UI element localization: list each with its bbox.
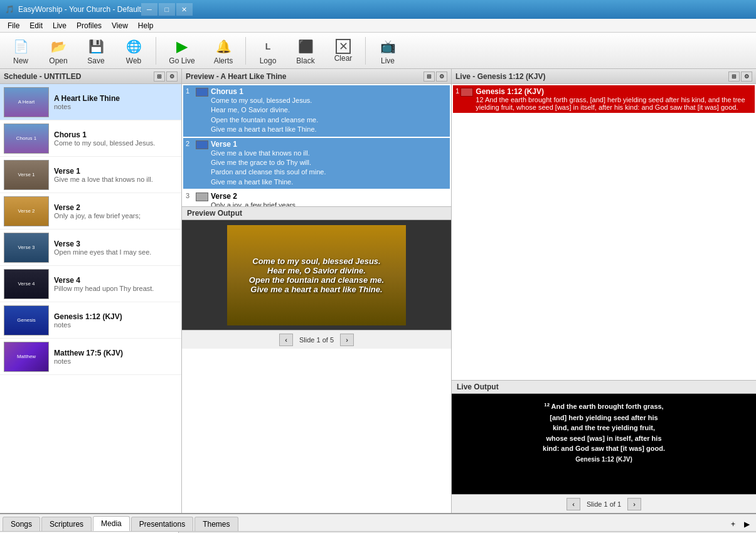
live-slide-count: Slide 1 of 1 xyxy=(587,500,621,508)
preview-slide-2[interactable]: 2 Verse 1 Give me a love that knows no i… xyxy=(183,138,450,189)
open-icon: 📂 xyxy=(48,36,68,56)
maximize-button[interactable]: □ xyxy=(159,3,175,16)
window-controls: ─ □ ✕ xyxy=(141,3,193,16)
preview-prev-btn[interactable]: ‹ xyxy=(279,334,293,346)
live-next-btn[interactable]: › xyxy=(627,498,641,510)
preview-slide-1[interactable]: 1 Chorus 1 Come to my soul, blessed Jesu… xyxy=(183,85,450,137)
menu-view[interactable]: View xyxy=(107,20,133,31)
schedule-item-7[interactable]: Genesis Genesis 1:12 (KJV) notes xyxy=(0,302,181,339)
live-button[interactable]: 📺 Live xyxy=(370,34,406,67)
live-label: Live xyxy=(381,56,395,65)
slide-title-2: Verse 1 xyxy=(211,140,447,149)
schedule-item-5[interactable]: Verse 3 Verse 3 Open mine eyes that I ma… xyxy=(0,230,181,266)
slide-text-2: Give me a love that knows no ill.Give me… xyxy=(211,149,447,187)
alerts-icon: 🔔 xyxy=(213,36,233,56)
preview-slide-list: 1 Chorus 1 Come to my soul, blessed Jesu… xyxy=(182,84,451,206)
save-icon: 💾 xyxy=(86,36,106,56)
toolbar-sep-1 xyxy=(156,37,156,65)
schedule-item-6[interactable]: Verse 4 Verse 4 Pillow my head upon Thy … xyxy=(0,266,181,302)
web-label: Web xyxy=(126,56,141,65)
new-label: New xyxy=(13,56,28,65)
live-output-label: Live Output xyxy=(452,380,756,394)
schedule-item-info-2: Chorus 1 Come to my soul, blessed Jesus. xyxy=(54,130,178,147)
live-slide-nav: ‹ Slide 1 of 1 › xyxy=(452,494,756,513)
schedule-thumb-3: Verse 1 xyxy=(4,160,49,190)
tab-presentations[interactable]: Presentations xyxy=(131,517,193,531)
clear-button[interactable]: ✕ Clear xyxy=(325,34,361,67)
menu-live[interactable]: Live xyxy=(48,20,72,31)
schedule-item-3[interactable]: Verse 1 Verse 1 Give me a love that know… xyxy=(0,157,181,193)
live-prev-btn[interactable]: ‹ xyxy=(567,498,580,510)
schedule-settings-btn[interactable]: ⚙ xyxy=(166,71,178,82)
preview-next-btn[interactable]: › xyxy=(340,334,354,346)
new-button[interactable]: 📄 New xyxy=(3,34,39,67)
menu-help[interactable]: Help xyxy=(133,20,159,31)
schedule-item-title-3: Verse 1 xyxy=(54,167,178,176)
preview-slide-text: Come to my soul, blessed Jesus.Hear me, … xyxy=(244,251,389,299)
schedule-item-info-7: Genesis 1:12 (KJV) notes xyxy=(54,312,178,329)
preview-settings-btn[interactable]: ⚙ xyxy=(436,71,447,82)
clear-icon: ✕ xyxy=(336,39,351,54)
schedule-item-info-8: Matthew 17:5 (KJV) notes xyxy=(54,349,178,365)
schedule-item-info-3: Verse 1 Give me a love that knows no ill… xyxy=(54,167,178,183)
schedule-thumb-4: Verse 2 xyxy=(4,196,49,226)
preview-output-label: Preview Output xyxy=(182,206,451,220)
preview-output-text: Preview Output xyxy=(187,209,242,218)
live-item-text: 12 And the earth brought forth grass, [a… xyxy=(476,96,752,111)
tab-scroll-btn[interactable]: ▶ xyxy=(740,517,753,531)
schedule-thumb-5: Verse 3 xyxy=(4,233,49,263)
preview-slide-3[interactable]: 3 Verse 2 Only a joy, a few brief years, xyxy=(183,190,450,206)
schedule-item-sub-7: notes xyxy=(54,321,178,329)
live-header-tools: ⊞ ⚙ xyxy=(728,71,752,82)
slide-content-1: Chorus 1 Come to my soul, blessed Jesus.… xyxy=(211,87,447,135)
live-item-1[interactable]: 1 Genesis 1:12 (KJV) 12 And the earth br… xyxy=(453,85,755,113)
schedule-panel: Schedule - UNTITLED ⊞ ⚙ A Heart A Heart … xyxy=(0,69,182,513)
slide-title-1: Chorus 1 xyxy=(211,87,447,96)
live-item-title: Genesis 1:12 (KJV) xyxy=(476,87,752,96)
schedule-view-btn[interactable]: ⊞ xyxy=(154,71,165,82)
alerts-button[interactable]: 🔔 Alerts xyxy=(205,34,242,67)
slide-icon-1 xyxy=(196,88,208,97)
schedule-item-title-7: Genesis 1:12 (KJV) xyxy=(54,312,178,321)
live-settings-btn[interactable]: ⚙ xyxy=(741,71,752,82)
live-item-num: 1 xyxy=(455,87,461,95)
logo-button[interactable]: L Logo xyxy=(250,34,286,67)
add-tab-button[interactable]: + xyxy=(726,517,740,531)
schedule-item-4[interactable]: Verse 2 Verse 2 Only a joy, a few brief … xyxy=(0,193,181,230)
web-icon: 🌐 xyxy=(124,36,144,56)
golive-label: Go Live xyxy=(169,56,194,65)
schedule-item-title-4: Verse 2 xyxy=(54,203,178,212)
save-label: Save xyxy=(87,56,104,65)
menu-edit[interactable]: Edit xyxy=(24,20,48,31)
save-button[interactable]: 💾 Save xyxy=(78,34,114,67)
menu-profiles[interactable]: Profiles xyxy=(72,20,107,31)
schedule-item-8[interactable]: Matthew Matthew 17:5 (KJV) notes xyxy=(0,339,181,375)
schedule-item-sub-8: notes xyxy=(54,357,178,365)
schedule-list: A Heart A Heart Like Thine notes Chorus … xyxy=(0,84,181,513)
schedule-item-2[interactable]: Chorus 1 Chorus 1 Come to my soul, bless… xyxy=(0,120,181,157)
menu-file[interactable]: File xyxy=(3,20,24,31)
slide-num-3: 3 xyxy=(186,192,196,199)
schedule-thumb-6: Verse 4 xyxy=(4,269,49,299)
tab-scriptures[interactable]: Scriptures xyxy=(41,517,92,531)
live-view-btn[interactable]: ⊞ xyxy=(728,71,740,82)
golive-button[interactable]: ▶ Go Live xyxy=(160,34,204,67)
slide-text-3: Only a joy, a few brief years, xyxy=(211,201,447,206)
tab-songs[interactable]: Songs xyxy=(3,517,40,531)
schedule-item-sub-2: Come to my soul, blessed Jesus. xyxy=(54,139,178,147)
schedule-header: Schedule - UNTITLED ⊞ ⚙ xyxy=(0,69,181,84)
live-panel: Live - Genesis 1:12 (KJV) ⊞ ⚙ 1 Genesis … xyxy=(452,69,756,513)
open-button[interactable]: 📂 Open xyxy=(40,34,77,67)
close-button[interactable]: ✕ xyxy=(176,3,193,16)
web-button[interactable]: 🌐 Web xyxy=(115,34,152,67)
new-icon: 📄 xyxy=(11,36,31,56)
slide-content-3: Verse 2 Only a joy, a few brief years, xyxy=(211,192,447,206)
black-icon: ⬛ xyxy=(295,36,316,56)
tab-themes[interactable]: Themes xyxy=(194,517,238,531)
schedule-item-1[interactable]: A Heart A Heart Like Thine notes xyxy=(0,84,181,120)
preview-view-btn[interactable]: ⊞ xyxy=(423,71,435,82)
tab-media[interactable]: Media xyxy=(93,516,130,531)
minimize-button[interactable]: ─ xyxy=(141,3,157,16)
schedule-thumb-7: Genesis xyxy=(4,305,49,335)
black-button[interactable]: ⬛ Black xyxy=(287,34,324,67)
